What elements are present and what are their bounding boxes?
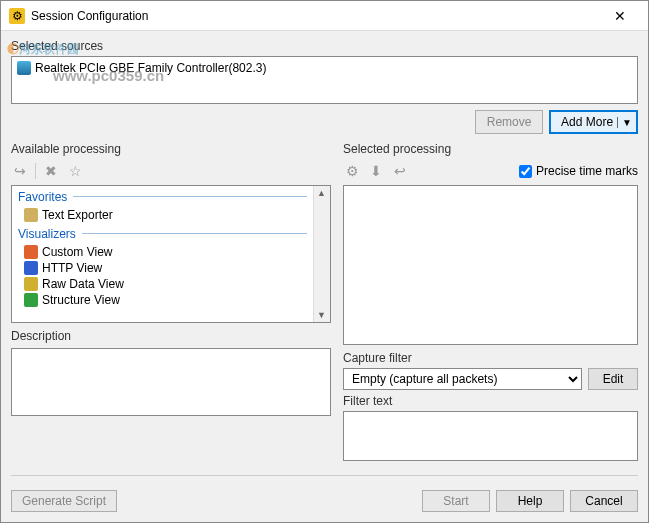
structure-view-icon (24, 293, 38, 307)
app-icon: ⚙ (9, 8, 25, 24)
forward-icon: ↪ (11, 162, 29, 180)
gear-icon: ⚙ (343, 162, 361, 180)
list-item[interactable]: Raw Data View (12, 276, 330, 292)
capture-filter-select[interactable]: Empty (capture all packets) (343, 368, 582, 390)
text-exporter-icon (24, 208, 38, 222)
custom-view-icon (24, 245, 38, 259)
group-label: Favorites (18, 190, 67, 204)
scrollbar[interactable] (313, 186, 330, 322)
precise-label: Precise time marks (536, 164, 638, 178)
selected-sources-list[interactable]: Realtek PCIe GBE Family Controller(802.3… (11, 56, 638, 104)
selected-sources-label: Selected sources (11, 39, 638, 53)
available-processing-label: Available processing (11, 142, 331, 156)
list-item[interactable]: Structure View (12, 292, 330, 308)
group-label: Visualizers (18, 227, 76, 241)
available-toolbar: ↪ ✖ ☆ (11, 159, 331, 183)
titlebar: ⚙ Session Configuration ✕ (1, 1, 648, 31)
footer: Generate Script Start Help Cancel (1, 490, 648, 522)
edit-button[interactable]: Edit (588, 368, 638, 390)
separator (11, 475, 638, 476)
source-item[interactable]: Realtek PCIe GBE Family Controller(802.3… (15, 60, 634, 76)
selected-processing-list[interactable] (343, 185, 638, 345)
filter-text-label: Filter text (343, 394, 638, 408)
http-view-icon (24, 261, 38, 275)
list-item-label: Text Exporter (42, 208, 113, 222)
capture-filter-label: Capture filter (343, 351, 638, 365)
precise-checkbox[interactable] (519, 165, 532, 178)
close-button[interactable]: ✕ (600, 8, 640, 24)
raw-data-view-icon (24, 277, 38, 291)
dropdown-arrow-icon[interactable]: ▼ (617, 117, 632, 128)
description-label: Description (11, 329, 331, 343)
add-more-label: Add More (561, 115, 613, 129)
selected-toolbar: ⚙ ⬇ ↩ Precise time marks (343, 159, 638, 183)
back-icon: ↩ (391, 162, 409, 180)
down-icon: ⬇ (367, 162, 385, 180)
nic-icon (17, 61, 31, 75)
list-item-label: Structure View (42, 293, 120, 307)
generate-script-button: Generate Script (11, 490, 117, 512)
add-more-button[interactable]: Add More ▼ (549, 110, 638, 134)
list-item-label: HTTP View (42, 261, 102, 275)
toolbar-separator (35, 163, 36, 179)
favorite-icon: ☆ (66, 162, 84, 180)
list-item[interactable]: Text Exporter (12, 207, 330, 223)
selected-processing-label: Selected processing (343, 142, 638, 156)
list-item[interactable]: Custom View (12, 244, 330, 260)
description-box (11, 348, 331, 416)
group-header-visualizers[interactable]: Visualizers ㅅ (12, 223, 330, 244)
precise-time-marks-check[interactable]: Precise time marks (519, 164, 638, 178)
list-item[interactable]: HTTP View (12, 260, 330, 276)
window-title: Session Configuration (31, 9, 600, 23)
group-header-favorites[interactable]: Favorites ㅅ (12, 186, 330, 207)
available-processing-list[interactable]: Favorites ㅅ Text Exporter Visualizers ㅅ … (11, 185, 331, 323)
remove-button: Remove (475, 110, 543, 134)
cancel-button[interactable]: Cancel (570, 490, 638, 512)
content-area: ◐河东软件园 www.pc0359.cn Selected sources Re… (1, 31, 648, 490)
filter-text-box (343, 411, 638, 461)
list-item-label: Raw Data View (42, 277, 124, 291)
list-item-label: Custom View (42, 245, 112, 259)
help-button[interactable]: Help (496, 490, 564, 512)
delete-icon: ✖ (42, 162, 60, 180)
start-button: Start (422, 490, 490, 512)
source-item-label: Realtek PCIe GBE Family Controller(802.3… (35, 61, 266, 75)
